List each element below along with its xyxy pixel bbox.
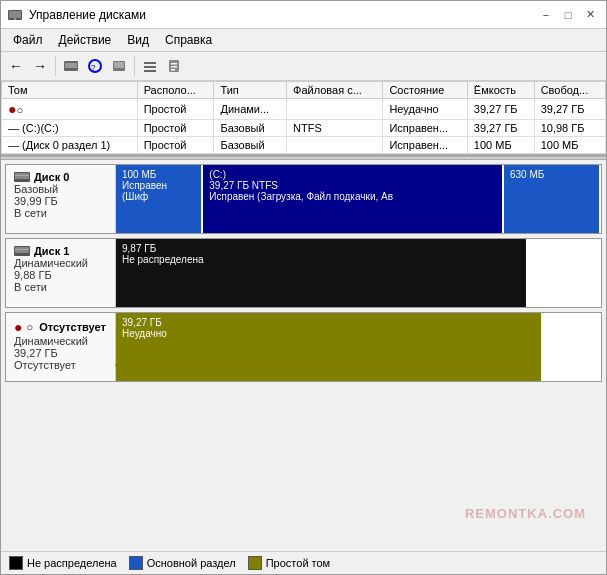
disk1-part-0[interactable]: 9,87 ГБ Не распределена: [116, 239, 528, 307]
back-button[interactable]: ←: [5, 55, 27, 77]
cell-cap: 39,27 ГБ: [467, 99, 534, 120]
cell-state: Исправен...: [383, 137, 467, 154]
cell-free: 39,27 ГБ: [534, 99, 605, 120]
disk-missing-name: ●○ Отсутствует: [14, 319, 107, 335]
disk0-info: Диск 0 Базовый 39,99 ГБ В сети: [6, 165, 116, 233]
disk-missing-size: 39,27 ГБ: [14, 347, 107, 359]
cell-fs: NTFS: [287, 120, 383, 137]
toolbar-btn-1[interactable]: [60, 55, 82, 77]
disk1-status: В сети: [14, 281, 107, 293]
legend-simple: Простой том: [248, 556, 330, 570]
disk1-info: Диск 1 Динамический 9,88 ГБ В сети: [6, 239, 116, 307]
cell-type: Базовый: [214, 137, 287, 154]
cell-loc: Простой: [137, 120, 214, 137]
title-controls: − □ ✕: [536, 5, 600, 25]
app-icon: [7, 7, 23, 23]
table-container: Том Располо... Тип Файловая с... Состоян…: [1, 81, 606, 156]
cell-state: Исправен...: [383, 120, 467, 137]
legend-unallocated: Не распределена: [9, 556, 117, 570]
col-header-loc: Располо...: [137, 82, 214, 99]
cell-free: 100 МБ: [534, 137, 605, 154]
cell-fs: [287, 137, 383, 154]
minimize-button[interactable]: −: [536, 5, 556, 25]
cell-loc: Простой: [137, 99, 214, 120]
forward-button[interactable]: →: [29, 55, 51, 77]
legend-box-primary: [129, 556, 143, 570]
drive-icon: [63, 58, 79, 74]
svg-rect-14: [171, 66, 177, 68]
menu-file[interactable]: Файл: [5, 31, 51, 49]
svg-rect-10: [144, 66, 156, 68]
disk0-part-0[interactable]: 100 МБ Исправен (Шиф: [116, 165, 203, 233]
disk0-partitions: 100 МБ Исправен (Шиф (C:) 39,27 ГБ NTFS …: [116, 165, 601, 233]
svg-rect-4: [65, 63, 77, 68]
svg-rect-13: [171, 63, 177, 65]
hdd-icon: [14, 171, 30, 183]
svg-point-2: [14, 18, 16, 20]
window-title: Управление дисками: [29, 8, 146, 22]
menu-bar: Файл Действие Вид Справка: [1, 29, 606, 52]
close-button[interactable]: ✕: [580, 5, 600, 25]
disk-missing-status: Отсутствует: [14, 359, 107, 371]
properties-icon: [166, 58, 182, 74]
volumes-table: Том Располо... Тип Файловая с... Состоян…: [1, 81, 606, 154]
disk0-part-1[interactable]: (C:) 39,27 ГБ NTFS Исправен (Загрузка, Ф…: [203, 165, 504, 233]
disk-icon: [111, 58, 127, 74]
toolbar-btn-2[interactable]: ?: [84, 55, 106, 77]
disk0-part-2[interactable]: 630 МБ: [504, 165, 601, 233]
cell-loc: Простой: [137, 137, 214, 154]
svg-rect-8: [114, 62, 124, 68]
cell-fs: [287, 99, 383, 120]
svg-rect-11: [144, 70, 156, 72]
cell-state: Неудачно: [383, 99, 467, 120]
toolbar: ← → ?: [1, 52, 606, 81]
table-header-row: Том Располо... Тип Файловая с... Состоян…: [2, 82, 606, 99]
cell-vol: ●○: [2, 99, 138, 120]
disk1-partitions: 9,87 ГБ Не распределена: [116, 239, 601, 307]
disk0-name: Диск 0: [14, 171, 107, 183]
disk-missing-info: ●○ Отсутствует Динамический 39,27 ГБ Отс…: [6, 313, 116, 381]
disk-row-missing: ●○ Отсутствует Динамический 39,27 ГБ Отс…: [5, 312, 602, 382]
toolbar-btn-3[interactable]: [108, 55, 130, 77]
svg-rect-21: [15, 249, 29, 250]
table-row[interactable]: ●○ Простой Динами... Неудачно 39,27 ГБ 3…: [2, 99, 606, 120]
disk-missing-part-0[interactable]: 39,27 ГБ Неудачно: [116, 313, 543, 381]
content-area: Том Располо... Тип Файловая с... Состоян…: [1, 81, 606, 574]
col-header-fs: Файловая с...: [287, 82, 383, 99]
disk1-name: Диск 1: [14, 245, 107, 257]
svg-rect-15: [171, 69, 175, 71]
toolbar-separator-2: [134, 56, 135, 76]
disk-row-1: Диск 1 Динамический 9,88 ГБ В сети 9,87 …: [5, 238, 602, 308]
cell-vol: — (C:)(C:): [2, 120, 138, 137]
svg-rect-9: [144, 62, 156, 64]
disk0-size: 39,99 ГБ: [14, 195, 107, 207]
legend-box-simple: [248, 556, 262, 570]
col-header-state: Состояние: [383, 82, 467, 99]
svg-rect-1: [9, 11, 21, 18]
table-row[interactable]: — (C:)(C:) Простой Базовый NTFS Исправен…: [2, 120, 606, 137]
maximize-button[interactable]: □: [558, 5, 578, 25]
col-header-cap: Ёмкость: [467, 82, 534, 99]
cell-type: Базовый: [214, 120, 287, 137]
toolbar-btn-5[interactable]: [163, 55, 185, 77]
menu-help[interactable]: Справка: [157, 31, 220, 49]
cell-type: Динами...: [214, 99, 287, 120]
title-bar: Управление дисками − □ ✕: [1, 1, 606, 29]
col-header-type: Тип: [214, 82, 287, 99]
legend-box-unallocated: [9, 556, 23, 570]
legend-area: Не распределена Основной раздел Простой …: [1, 551, 606, 574]
table-row[interactable]: — (Диск 0 раздел 1) Простой Базовый Испр…: [2, 137, 606, 154]
menu-action[interactable]: Действие: [51, 31, 120, 49]
toolbar-separator-1: [55, 56, 56, 76]
svg-rect-18: [15, 175, 29, 176]
hdd-icon: [14, 245, 30, 257]
visual-disk-area: Диск 0 Базовый 39,99 ГБ В сети 100 МБ Ис…: [1, 160, 606, 551]
legend-primary: Основной раздел: [129, 556, 236, 570]
menu-view[interactable]: Вид: [119, 31, 157, 49]
toolbar-btn-4[interactable]: [139, 55, 161, 77]
cell-free: 10,98 ГБ: [534, 120, 605, 137]
disk-missing-partitions: 39,27 ГБ Неудачно: [116, 313, 601, 381]
disk0-type: Базовый: [14, 183, 107, 195]
svg-text:?: ?: [91, 63, 96, 72]
main-window: Управление дисками − □ ✕ Файл Действие В…: [0, 0, 607, 575]
